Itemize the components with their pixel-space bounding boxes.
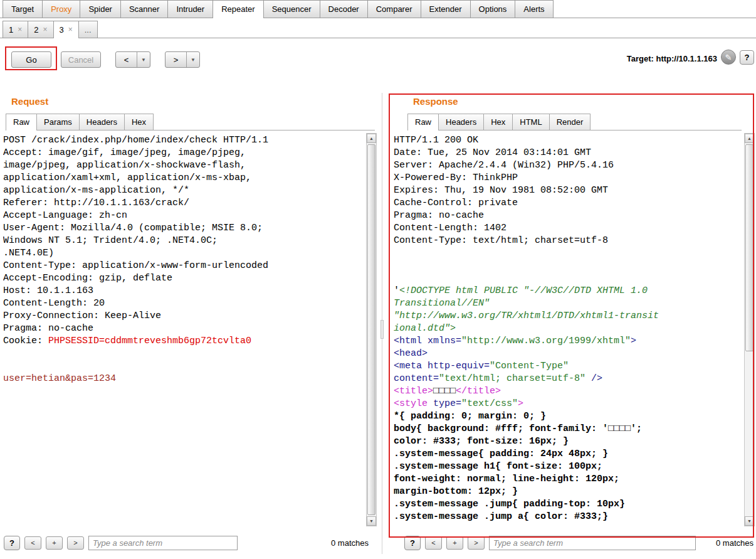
- go-button[interactable]: Go: [11, 51, 51, 68]
- close-tab-icon[interactable]: ×: [18, 25, 22, 34]
- code-line: Content-Length: 1402: [394, 222, 741, 235]
- code-line: [394, 272, 741, 285]
- code-line: ional.dtd">: [394, 322, 741, 335]
- request-scrollbar[interactable]: ▲ ▼: [366, 133, 377, 526]
- code-line: Accept-Encoding: gzip, deflate: [3, 272, 364, 285]
- main-tab-repeater[interactable]: Repeater: [213, 0, 263, 18]
- search-options-button[interactable]: +: [446, 536, 463, 550]
- response-panel: Response RawHeadersHexHTMLRender HTTP/1.…: [390, 91, 756, 559]
- chevron-down-icon: ▼: [191, 57, 196, 63]
- search-options-button[interactable]: +: [46, 536, 63, 550]
- code-line: *{ padding: 0; margin: 0; }: [394, 410, 741, 423]
- request-tab-raw[interactable]: Raw: [6, 114, 37, 130]
- code-line: Proxy-Connection: Keep-Alive: [3, 310, 364, 322]
- scrollbar-thumb[interactable]: [745, 144, 753, 351]
- response-scrollbar[interactable]: ▲ ▼: [744, 133, 755, 526]
- code-line: <head>: [394, 348, 741, 360]
- scroll-up-icon[interactable]: ▲: [745, 134, 754, 143]
- repeater-tab-bar: 1×2×3×...: [0, 21, 756, 38]
- scroll-down-icon[interactable]: ▼: [745, 516, 754, 526]
- history-back-button[interactable]: <: [116, 52, 137, 67]
- target-url: http://10.1.1.163: [656, 54, 717, 63]
- request-tab-params[interactable]: Params: [36, 114, 80, 130]
- code-line: .system-message h1{ font-size: 100px;: [394, 461, 741, 473]
- search-input[interactable]: [489, 536, 696, 550]
- code-line: Content-Type: application/x-www-form-url…: [3, 260, 364, 272]
- code-line: .system-message{ padding: 24px 48px; }: [394, 448, 741, 461]
- history-forward-dropdown[interactable]: ▼: [186, 52, 199, 67]
- code-line: user=hetian&pas=1234: [3, 373, 364, 385]
- response-search-bar: ? < + > 0 matches: [404, 535, 753, 551]
- scroll-down-icon[interactable]: ▼: [367, 516, 376, 526]
- code-line: margin-bottom: 12px; }: [394, 486, 741, 498]
- request-tab-hex[interactable]: Hex: [124, 114, 154, 130]
- code-line: "http://www.w3.org/TR/xhtml1/DTD/xhtml1-…: [394, 310, 741, 322]
- code-line: Referer: http://10.1.1.163/crack/: [3, 197, 364, 210]
- repeater-tab-1[interactable]: 1×: [3, 21, 28, 38]
- search-help-button[interactable]: ?: [404, 536, 421, 550]
- code-line: [394, 247, 741, 260]
- search-prev-button[interactable]: <: [425, 536, 442, 550]
- response-view-tabs: RawHeadersHexHTMLRender: [407, 114, 742, 130]
- history-back-dropdown[interactable]: ▼: [137, 52, 150, 67]
- main-tab-proxy[interactable]: Proxy: [42, 0, 80, 18]
- search-help-button[interactable]: ?: [4, 536, 20, 550]
- code-line: '<!DOCTYPE html PUBLIC "-//W3C//DTD XHTM…: [394, 285, 741, 297]
- main-tab-sequencer[interactable]: Sequencer: [263, 0, 320, 18]
- code-line: <title>□□□□</title>: [394, 385, 741, 398]
- main-tab-extender[interactable]: Extender: [421, 0, 471, 18]
- response-tab-raw[interactable]: Raw: [407, 114, 439, 130]
- chevron-down-icon: ▼: [141, 57, 146, 63]
- main-tab-target[interactable]: Target: [3, 0, 43, 18]
- history-forward-button[interactable]: >: [165, 52, 186, 67]
- search-prev-button[interactable]: <: [24, 536, 41, 550]
- main-tab-decoder[interactable]: Decoder: [320, 0, 368, 18]
- main-tab-alerts[interactable]: Alerts: [515, 0, 553, 18]
- code-line: Windows NT 5.1; Trident/4.0; .NET4.0C;: [3, 235, 364, 247]
- code-line: [3, 360, 364, 373]
- splitter-grip-icon[interactable]: [381, 320, 384, 339]
- code-line: application/xaml+xml, application/x-ms-x…: [3, 172, 364, 184]
- code-line: [394, 260, 741, 272]
- history-forward-split-button: > ▼: [165, 51, 200, 68]
- repeater-tab-3[interactable]: 3×: [53, 21, 79, 38]
- code-line: Date: Tue, 25 Nov 2014 03:14:01 GMT: [394, 147, 741, 159]
- search-next-button[interactable]: >: [67, 536, 84, 550]
- scroll-up-icon[interactable]: ▲: [367, 134, 376, 143]
- response-viewer[interactable]: HTTP/1.1 200 OKDate: Tue, 25 Nov 2014 03…: [394, 133, 741, 526]
- edit-target-button[interactable]: ✎: [721, 50, 736, 65]
- code-line: application/x-ms-application, */*: [3, 184, 364, 197]
- response-tab-headers[interactable]: Headers: [438, 114, 484, 130]
- code-line: Pragma: no-cache: [394, 210, 741, 222]
- code-line: Transitional//EN": [394, 297, 741, 310]
- more-tabs-button[interactable]: ...: [78, 21, 98, 38]
- main-tab-spider[interactable]: Spider: [80, 0, 121, 18]
- panel-splitter[interactable]: [381, 93, 384, 554]
- response-tab-render[interactable]: Render: [549, 114, 591, 130]
- code-line: Accept: image/gif, image/jpeg, image/pjp…: [3, 147, 364, 159]
- history-back-split-button: < ▼: [115, 51, 150, 68]
- close-tab-icon[interactable]: ×: [43, 25, 47, 34]
- search-input[interactable]: [88, 536, 238, 550]
- repeater-tab-2[interactable]: 2×: [28, 21, 53, 38]
- help-button[interactable]: ?: [740, 50, 754, 65]
- code-line: Pragma: no-cache: [3, 322, 364, 335]
- response-tab-hex[interactable]: Hex: [483, 114, 513, 130]
- main-tab-scanner[interactable]: Scanner: [120, 0, 168, 18]
- request-view-tabs: RawParamsHeadersHex: [6, 114, 375, 130]
- request-editor[interactable]: POST /crack/index.php/home/index/check H…: [3, 133, 364, 526]
- repeater-tab-label: 2: [34, 25, 38, 35]
- search-next-button[interactable]: >: [468, 536, 485, 550]
- cancel-button[interactable]: Cancel: [61, 51, 101, 68]
- main-tab-comparer[interactable]: Comparer: [367, 0, 421, 18]
- response-tab-html[interactable]: HTML: [512, 114, 549, 130]
- close-tab-icon[interactable]: ×: [68, 25, 73, 34]
- main-tab-options[interactable]: Options: [470, 0, 516, 18]
- response-panel-title: Response: [413, 96, 458, 107]
- request-tab-headers[interactable]: Headers: [79, 114, 125, 130]
- code-line: Cache-Control: private: [394, 197, 741, 210]
- search-matches-count: 0 matches: [716, 538, 753, 548]
- main-tab-intruder[interactable]: Intruder: [167, 0, 213, 18]
- scrollbar-thumb[interactable]: [367, 144, 375, 515]
- target-label: Target:: [627, 54, 656, 63]
